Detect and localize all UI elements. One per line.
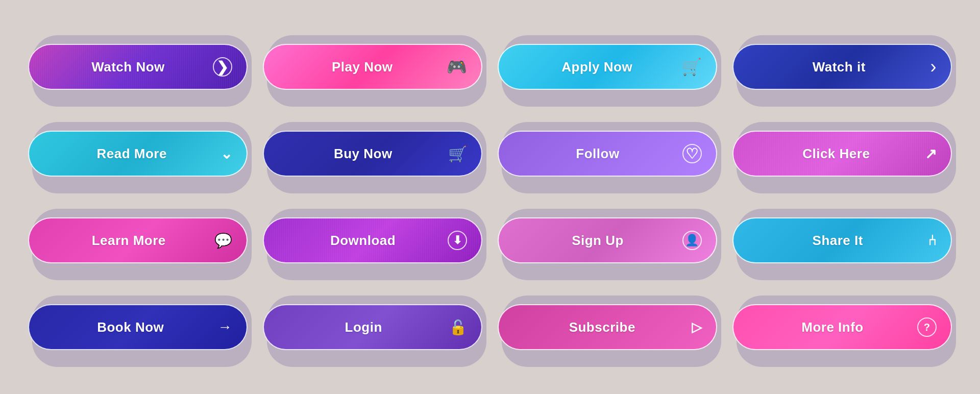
sign-up-button[interactable]: Sign Up 👤 bbox=[498, 217, 717, 263]
apply-now-button[interactable]: Apply Now 🛒 bbox=[498, 44, 717, 90]
watch-it-wrapper: Watch it › bbox=[732, 31, 952, 103]
play-now-button[interactable]: Play Now 🎮 bbox=[263, 44, 482, 90]
more-info-label: More Info bbox=[748, 319, 917, 335]
follow-label: Follow bbox=[513, 146, 682, 162]
subscribe-label: Subscribe bbox=[513, 319, 692, 335]
read-more-icon: ⌄ bbox=[220, 145, 233, 162]
buy-now-wrapper: Buy Now 🛒 bbox=[263, 118, 482, 189]
subscribe-button[interactable]: Subscribe ▷ bbox=[498, 304, 717, 350]
sign-up-label: Sign Up bbox=[513, 233, 682, 249]
click-here-wrapper: Click Here ↗ bbox=[732, 118, 952, 189]
login-wrapper: Login 🔓 bbox=[263, 291, 482, 363]
play-now-label: Play Now bbox=[278, 59, 447, 75]
read-more-label: Read More bbox=[43, 146, 220, 162]
download-wrapper: Download ⬇ bbox=[263, 205, 482, 276]
learn-more-button[interactable]: Learn More 💬 bbox=[28, 217, 248, 263]
watch-now-wrapper: Watch Now ❯ bbox=[28, 31, 248, 103]
follow-wrapper: Follow ♡ bbox=[498, 118, 717, 189]
download-label: Download bbox=[278, 233, 448, 249]
button-grid: Watch Now ❯ Play Now 🎮 Apply Now 🛒 Watch… bbox=[8, 11, 972, 383]
watch-now-button[interactable]: Watch Now ❯ bbox=[28, 44, 248, 90]
learn-more-icon: 💬 bbox=[214, 232, 233, 249]
more-info-button[interactable]: More Info ? bbox=[732, 304, 952, 350]
download-button[interactable]: Download ⬇ bbox=[263, 217, 482, 263]
subscribe-icon: ▷ bbox=[692, 319, 702, 335]
download-icon: ⬇ bbox=[448, 231, 467, 250]
play-now-wrapper: Play Now 🎮 bbox=[263, 31, 482, 103]
sign-up-icon: 👤 bbox=[682, 231, 702, 250]
play-now-icon: 🎮 bbox=[447, 57, 468, 77]
buy-now-button[interactable]: Buy Now 🛒 bbox=[263, 131, 482, 177]
more-info-icon: ? bbox=[917, 317, 937, 337]
book-now-wrapper: Book Now → bbox=[28, 291, 248, 363]
watch-it-icon: › bbox=[930, 56, 937, 78]
read-more-wrapper: Read More ⌄ bbox=[28, 118, 248, 189]
click-here-label: Click Here bbox=[748, 146, 925, 162]
learn-more-label: Learn More bbox=[43, 233, 214, 249]
watch-it-label: Watch it bbox=[748, 59, 930, 75]
share-it-wrapper: Share It ⑃ bbox=[732, 205, 952, 276]
sign-up-wrapper: Sign Up 👤 bbox=[498, 205, 717, 276]
login-label: Login bbox=[278, 319, 449, 335]
share-it-button[interactable]: Share It ⑃ bbox=[732, 217, 952, 263]
buy-now-label: Buy Now bbox=[278, 146, 448, 162]
watch-now-icon: ❯ bbox=[213, 57, 232, 77]
click-here-button[interactable]: Click Here ↗ bbox=[732, 131, 952, 177]
more-info-wrapper: More Info ? bbox=[732, 291, 952, 363]
share-it-label: Share It bbox=[748, 233, 928, 249]
login-icon: 🔓 bbox=[449, 319, 468, 336]
follow-icon: ♡ bbox=[682, 144, 702, 163]
book-now-button[interactable]: Book Now → bbox=[28, 304, 248, 350]
read-more-button[interactable]: Read More ⌄ bbox=[28, 131, 248, 177]
apply-now-icon: 🛒 bbox=[681, 57, 702, 77]
share-it-icon: ⑃ bbox=[928, 232, 937, 249]
book-now-label: Book Now bbox=[43, 319, 218, 335]
apply-now-wrapper: Apply Now 🛒 bbox=[498, 31, 717, 103]
learn-more-wrapper: Learn More 💬 bbox=[28, 205, 248, 276]
watch-now-label: Watch Now bbox=[43, 59, 213, 75]
subscribe-wrapper: Subscribe ▷ bbox=[498, 291, 717, 363]
login-button[interactable]: Login 🔓 bbox=[263, 304, 482, 350]
click-here-icon: ↗ bbox=[925, 145, 937, 162]
book-now-icon: → bbox=[218, 319, 233, 335]
buy-now-icon: 🛒 bbox=[448, 145, 468, 163]
apply-now-label: Apply Now bbox=[513, 59, 681, 75]
follow-button[interactable]: Follow ♡ bbox=[498, 131, 717, 177]
watch-it-button[interactable]: Watch it › bbox=[732, 44, 952, 90]
